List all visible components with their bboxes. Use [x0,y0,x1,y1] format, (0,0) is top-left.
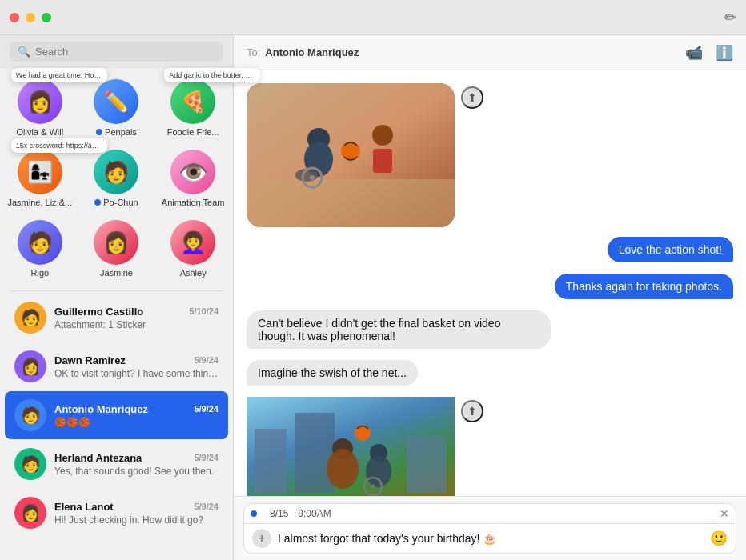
contact-ashley[interactable]: 👩‍🦱 Ashley [156,215,230,282]
contact-animation-team[interactable]: 👁️ Animation Team [156,145,230,212]
chat-area: To: Antonio Manriquez 📹 ℹ️ [234,35,746,560]
emoji-picker-button[interactable]: 🙂 [710,530,728,547]
conv-info-herland: Herland Antezana 5/9/24 Yes, that sounds… [54,452,219,477]
bubble-thanks-photos: Thanks again for taking photos. [555,274,733,299]
svg-point-17 [355,425,371,441]
maximize-button[interactable] [42,13,51,22]
sidebar: 🔍 We had a great time. Home with th... 👩… [0,35,234,560]
contact-jasmine-liz[interactable]: 15x crossword: https://apple.news/... 👩‍… [3,145,77,212]
search-input[interactable] [35,46,215,58]
tooltip-foodie: Add garlic to the butter, and then... [164,68,260,82]
tooltip-jasmine-liz: 15x crossword: https://apple.news/... [11,138,107,153]
contact-penpals[interactable]: ✏️ Penpals [80,74,154,142]
msg-cant-believe: Can't believe I didn't get the final bas… [247,310,733,349]
avatar-herland: 🧑 [14,448,46,480]
msg-imagine: Imagine the swish of the net... [247,360,733,386]
conv-name-dawn: Dawn Ramirez 5/9/24 [54,354,219,366]
contact-name-foodie: Foodie Frie... [167,127,219,137]
contact-rigo[interactable]: 🧑 Rigo [3,215,77,282]
share-button-1[interactable]: ⬆ [461,86,483,109]
search-wrap[interactable]: 🔍 [10,42,223,62]
avatar-antonio: 🧑 [14,399,46,431]
svg-point-6 [310,175,315,180]
avatar-elena: 👩 [14,497,46,529]
info-button[interactable]: ℹ️ [716,44,733,62]
svg-point-19 [366,455,391,487]
avatar-penpals: ✏️ [94,79,138,124]
photo-2-image [247,397,455,496]
conv-date-antonio: 5/9/24 [194,404,219,414]
contact-name-row-po-chun: Po-Chun [94,198,138,207]
conv-elena[interactable]: 👩 Elena Lanot 5/9/24 Hi! Just checking i… [5,489,228,537]
input-dot-icon [251,510,257,517]
message-text-input[interactable] [278,532,704,545]
conv-date-elena: 5/9/24 [194,502,219,511]
avatar-jasmine2: 👩 [94,220,138,265]
conv-herland[interactable]: 🧑 Herland Antezana 5/9/24 Yes, that soun… [5,440,228,488]
avatar-dawn: 👩 [14,350,46,382]
chat-header-actions: 📹 ℹ️ [685,44,733,62]
conv-info-elena: Elena Lanot 5/9/24 Hi! Just checking in.… [54,501,219,526]
video-call-button[interactable]: 📹 [685,44,703,62]
avatar-foodie: 🍕 [170,79,215,124]
avatar-ashley: 👩‍🦱 [170,220,215,265]
add-attachment-button[interactable]: + [252,529,271,548]
conv-preview-herland: Yes, that sounds good! See you then. [54,466,219,477]
close-button[interactable] [10,13,19,22]
contact-name-po-chun: Po-Chun [103,198,138,207]
contact-name-olivia: Olivia & Will [16,127,63,137]
avatar-jasmine-liz: 👩‍👧 [18,150,62,194]
avatar-po-chun: 🧑 [94,150,138,194]
chat-input-area: 8/15 9:00AM ✕ + 🙂 [234,496,746,560]
contact-jasmine2[interactable]: 👩 Jasmine [80,215,154,282]
svg-rect-13 [407,437,447,493]
badge-po-chun [94,199,101,206]
input-top-bar: 8/15 9:00AM ✕ [243,503,736,523]
share-button-2[interactable]: ⬆ [461,400,483,422]
minimize-button[interactable] [26,13,35,22]
conv-date-herland: 5/9/24 [194,453,219,462]
contact-name-jasmine-liz: Jasmine, Liz &... [7,198,72,207]
conv-antonio[interactable]: 🧑 Antonio Manriquez 5/9/24 🏀🏀🏀 [5,391,228,439]
divider [10,290,223,291]
conv-guillermo[interactable]: 🧑 Guillermo Castillo 5/10/24 Attachment:… [5,294,228,342]
bubble-cant-believe: Can't believe I didn't get the final bas… [247,310,551,349]
chat-header-to-label: To: [247,46,260,58]
avatar-guillermo: 🧑 [14,302,46,334]
svg-rect-9 [373,149,392,173]
conv-info-guillermo: Guillermo Castillo 5/10/24 Attachment: 1… [54,306,219,330]
contact-olivia-will[interactable]: We had a great time. Home with th... 👩 O… [3,74,77,142]
conv-preview-dawn: OK to visit tonight? I have some things … [54,368,219,379]
input-timing-label: 8/15 [270,508,288,519]
badge-penpals [96,129,102,135]
chat-header-name: Antonio Manriquez [265,46,359,58]
contact-name-penpals: Penpals [105,127,137,137]
contact-name-ashley: Ashley [180,268,207,278]
compose-button[interactable]: ✏ [724,9,736,26]
avatar-rigo: 🧑 [18,220,62,265]
svg-point-21 [371,485,375,489]
contact-name-jasmine2: Jasmine [100,268,133,278]
main-layout: 🔍 We had a great time. Home with th... 👩… [0,35,746,560]
chat-header: To: Antonio Manriquez 📹 ℹ️ [234,35,746,70]
avatar-animation-team: 👁️ [170,150,215,194]
conv-info-dawn: Dawn Ramirez 5/9/24 OK to visit tonight?… [54,354,219,379]
input-bottom-bar: + 🙂 [243,523,736,554]
msg-thanks-photos: Thanks again for taking photos. [247,274,733,299]
chat-messages: ⬆ Love the action shot! Thanks again for… [234,70,746,496]
contact-foodie[interactable]: Add garlic to the butter, and then... 🍕 … [156,74,230,142]
msg-love-the-shot: Love the action shot! [247,237,733,262]
input-time-label: 9:00AM [298,508,331,519]
contact-name-row-penpals: Penpals [96,127,137,137]
traffic-lights [10,13,51,22]
contact-po-chun[interactable]: 🧑 Po-Chun [80,145,154,212]
photo-message-2: ⬆ [247,397,733,496]
svg-point-8 [372,125,393,146]
input-close-button[interactable]: ✕ [720,507,729,520]
conv-preview-elena: Hi! Just checking in. How did it go? [54,514,219,526]
contact-name-rigo: Rigo [31,268,50,278]
conv-preview-guillermo: Attachment: 1 Sticker [54,319,219,330]
conversation-list: 🧑 Guillermo Castillo 5/10/24 Attachment:… [0,293,233,560]
bubble-imagine: Imagine the swish of the net... [247,360,418,386]
conv-dawn[interactable]: 👩 Dawn Ramirez 5/9/24 OK to visit tonigh… [5,342,228,390]
